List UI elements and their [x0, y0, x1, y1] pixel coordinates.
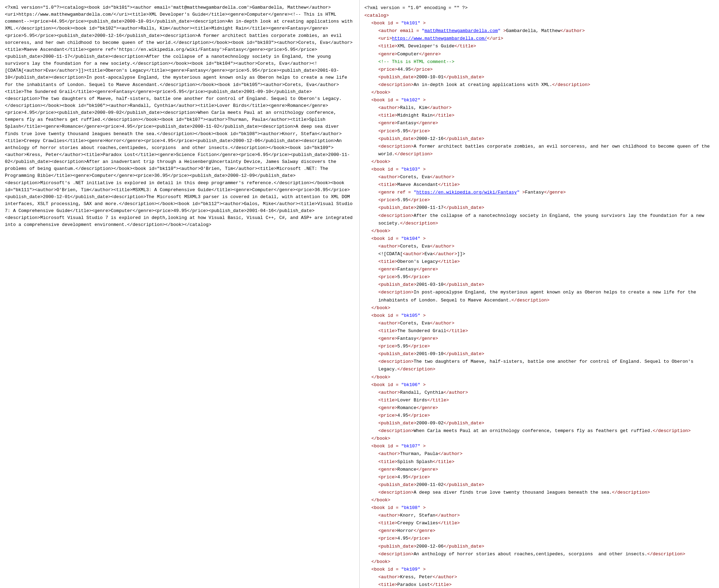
book-open-tag-0: <book id = "bk101" > — [365, 19, 714, 27]
price-tag-3: <price>5.95</price> — [365, 273, 714, 281]
price-tag-0: <price>44.95</price> — [365, 66, 714, 73]
uri-link-0[interactable]: https://www.matthewgambardella.com/ — [392, 36, 487, 41]
book-close-tag-2: </book> — [365, 227, 714, 235]
genre-tag-2: <genre ref = "https://en.wikipedia.org/w… — [365, 189, 714, 196]
publish-date-tag-2: <publish_date>2000-11-17</publish_date> — [365, 204, 714, 212]
title-tag-1: <title>Midnight Rain</title> — [365, 112, 714, 119]
book-open-tag-3: <book id = "bk104" > — [365, 235, 714, 243]
genre-tag-1: <genre>Fantasy</genre> — [365, 119, 714, 127]
publish-date-tag-7: <publish_date>2000-12-06</publish_date> — [365, 543, 714, 550]
description-tag-7: <description>An anthology of horror stor… — [365, 550, 714, 558]
book-close-tag-1: </book> — [365, 158, 714, 166]
price-tag-6: <price>4.95</price> — [365, 473, 714, 481]
book-close-tag-0: </book> — [365, 89, 714, 96]
title-tag-2: <title>Maeve Ascendant</title> — [365, 181, 714, 189]
publish-date-tag-3: <publish_date>2001-03-10</publish_date> — [365, 281, 714, 289]
author-tag-6: <author>Thurman, Paula</author> — [365, 450, 714, 458]
book-open-tag-1: <book id = "bk102" > — [365, 96, 714, 104]
book-close-tag-7: </book> — [365, 558, 714, 566]
book-open-tag-5: <book id = "bk106" > — [365, 381, 714, 389]
left-panel-raw-xml: <?xml version="1.0"?><catalog><book id="… — [0, 0, 360, 588]
author-tag-1: <author>Ralls, Kim</author> — [365, 104, 714, 112]
book-close-tag-5: </book> — [365, 435, 714, 442]
publish-date-tag-5: <publish_date>2000-09-02</publish_date> — [365, 420, 714, 427]
book-open-tag-4: <book id = "bk105" > — [365, 312, 714, 320]
publish-date-tag-1: <publish_date>2000-12-16</publish_date> — [365, 135, 714, 143]
author-tag-4: <author>Corets, Eva</author> — [365, 320, 714, 327]
author-tag-0: <author email = "matt@matthewgambardella… — [365, 27, 714, 35]
author-tag-2: <author>Corets, Eva</author> — [365, 173, 714, 181]
title-tag-8: <title>Paradox Lost</title> — [365, 581, 714, 588]
description-tag-0: <description>An in-depth look at creatin… — [365, 81, 714, 89]
price-tag-1: <price>5.95</price> — [365, 127, 714, 135]
description-tag-6: <description>A deep sea diver finds true… — [365, 489, 714, 496]
genre-tag-6: <genre>Romance</genre> — [365, 466, 714, 473]
author-tag-8: <author>Kress, Peter</author> — [365, 573, 714, 581]
publish-date-tag-4: <publish_date>2001-09-10</publish_date> — [365, 350, 714, 358]
xml-declaration: <?xml version = "1.0" encoding = "" ?> — [365, 4, 714, 12]
price-tag-4: <price>5.95</price> — [365, 343, 714, 350]
title-tag-4: <title>The Sundered Grail</title> — [365, 327, 714, 335]
cdata-tag-3: <![CDATA[<author>Eva</author>]]> — [365, 250, 714, 258]
title-tag-0: <title>XML Developer's Guide</title> — [365, 42, 714, 50]
book-open-tag-8: <book id = "bk109" > — [365, 566, 714, 573]
title-tag-3: <title>Oberon's Legacy</title> — [365, 258, 714, 266]
genre-tag-4: <genre>Fantasy</genre> — [365, 335, 714, 343]
title-tag-6: <title>Splish Splash</title> — [365, 458, 714, 466]
author-tag-3: <author>Corets, Eva</author> — [365, 243, 714, 250]
author-tag-5: <author>Randall, Cynthia</author> — [365, 389, 714, 397]
price-tag-7: <price>4.95</price> — [365, 535, 714, 542]
price-tag-5: <price>4.95</price> — [365, 412, 714, 420]
comment-0: <!-- This is HTML comment--> — [365, 58, 714, 66]
author-email-link-0[interactable]: matt@matthewgambardella.com — [424, 28, 498, 33]
description-tag-1: <description>A former architect battles … — [365, 143, 714, 158]
description-tag-3: <description>In post-apocalypse England,… — [365, 289, 714, 304]
description-tag-2: <description>After the collapse of a nan… — [365, 212, 714, 227]
genre-tag-0: <genre>Computer</genre> — [365, 50, 714, 58]
price-tag-2: <price>5.95</price> — [365, 196, 714, 204]
book-close-tag-6: </book> — [365, 496, 714, 504]
right-panel-formatted-xml: <?xml version = "1.0" encoding = "" ?> <… — [360, 0, 719, 588]
genre-tag-7: <genre>Horror</genre> — [365, 527, 714, 535]
main-container: <?xml version="1.0"?><catalog><book id="… — [0, 0, 719, 588]
genre-tag-5: <genre>Romance</genre> — [365, 404, 714, 412]
book-open-tag-6: <book id = "bk107" > — [365, 442, 714, 450]
description-tag-4: <description>The two daughters of Maeve,… — [365, 358, 714, 373]
book-close-tag-4: </book> — [365, 374, 714, 381]
uri-tag-0: <uri>https://www.matthewgambardella.com/… — [365, 35, 714, 42]
catalog-open-tag: <catalog> — [365, 12, 714, 19]
publish-date-tag-6: <publish_date>2000-11-02</publish_date> — [365, 481, 714, 489]
book-open-tag-2: <book id = "bk103" > — [365, 166, 714, 173]
genre-ref-link-2[interactable]: https://en.wikipedia.org/wiki/Fantasy — [416, 190, 517, 195]
description-tag-5: <description>When Carla meets Paul at an… — [365, 427, 714, 435]
book-close-tag-3: </book> — [365, 304, 714, 312]
title-tag-5: <title>Lover Birds</title> — [365, 397, 714, 404]
genre-tag-3: <genre>Fantasy</genre> — [365, 266, 714, 273]
title-tag-7: <title>Creepy Crawlies</title> — [365, 519, 714, 527]
author-tag-7: <author>Knorr, Stefan</author> — [365, 512, 714, 519]
publish-date-tag-0: <publish_date>2000-10-01</publish_date> — [365, 73, 714, 81]
book-open-tag-7: <book id = "bk108" > — [365, 504, 714, 512]
